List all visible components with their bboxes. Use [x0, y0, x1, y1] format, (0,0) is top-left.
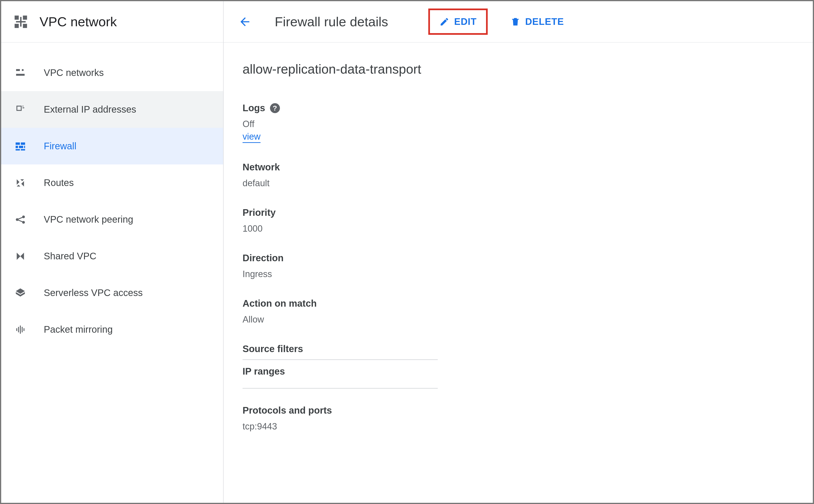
- action-label: Action on match: [243, 298, 794, 309]
- svg-rect-20: [18, 327, 19, 332]
- priority-value: 1000: [243, 224, 794, 234]
- svg-rect-2: [15, 24, 19, 28]
- logs-label: Logs: [243, 103, 265, 113]
- product-header: VPC network: [1, 1, 223, 43]
- back-button[interactable]: [238, 15, 252, 29]
- main: Firewall rule details EDIT DELETE allow-…: [224, 1, 813, 503]
- delete-button[interactable]: DELETE: [502, 12, 572, 32]
- delete-button-label: DELETE: [525, 16, 564, 27]
- svg-point-8: [22, 69, 24, 71]
- external-ip-icon: [14, 104, 26, 115]
- field-priority: Priority 1000: [243, 207, 794, 234]
- vpc-product-icon: [13, 13, 29, 30]
- svg-rect-19: [20, 325, 21, 334]
- action-value: Allow: [243, 314, 794, 325]
- main-body: allow-replication-data-transport Logs ? …: [224, 43, 813, 432]
- serverless-icon: [14, 287, 26, 299]
- svg-rect-11: [16, 146, 18, 148]
- svg-rect-12: [19, 146, 23, 148]
- field-protocols: Protocols and ports tcp:9443: [243, 405, 794, 432]
- svg-rect-13: [24, 146, 25, 148]
- svg-rect-6: [16, 69, 20, 71]
- logs-view-link[interactable]: view: [243, 132, 261, 143]
- protocols-value: tcp:9443: [243, 421, 794, 432]
- network-icon: [14, 67, 26, 79]
- svg-rect-5: [20, 17, 22, 27]
- direction-label: Direction: [243, 253, 794, 263]
- svg-rect-10: [21, 142, 25, 145]
- svg-rect-21: [22, 327, 23, 332]
- svg-rect-14: [16, 149, 20, 150]
- sidebar-item-mirroring[interactable]: Packet mirroring: [1, 311, 223, 348]
- sidebar-nav: VPC networks External IP addresses Firew…: [1, 43, 223, 348]
- sidebar: VPC network VPC networks External IP add…: [1, 1, 224, 503]
- sidebar-item-serverless[interactable]: Serverless VPC access: [1, 274, 223, 311]
- mirroring-icon: [14, 324, 26, 336]
- sidebar-item-label: Firewall: [44, 141, 76, 151]
- source-filters-label: Source filters: [243, 344, 794, 354]
- shared-vpc-icon: [14, 250, 26, 262]
- trash-icon: [510, 17, 520, 27]
- svg-rect-23: [23, 328, 24, 331]
- edit-button[interactable]: EDIT: [431, 12, 485, 32]
- svg-rect-0: [15, 15, 19, 20]
- field-action: Action on match Allow: [243, 298, 794, 325]
- svg-rect-15: [21, 149, 25, 150]
- svg-rect-9: [16, 142, 20, 145]
- direction-value: Ingress: [243, 269, 794, 279]
- sidebar-item-firewall[interactable]: Firewall: [1, 128, 223, 164]
- product-title: VPC network: [40, 14, 117, 29]
- firewall-icon: [14, 140, 26, 152]
- ip-ranges-label: IP ranges: [243, 360, 794, 383]
- field-network: Network default: [243, 162, 794, 188]
- sidebar-item-label: External IP addresses: [44, 104, 136, 115]
- sidebar-item-vpc-networks[interactable]: VPC networks: [1, 54, 223, 91]
- sidebar-item-label: Shared VPC: [44, 251, 96, 261]
- sidebar-item-label: Serverless VPC access: [44, 287, 143, 298]
- network-label: Network: [243, 162, 794, 172]
- svg-rect-1: [23, 15, 27, 20]
- sidebar-item-shared-vpc[interactable]: Shared VPC: [1, 238, 223, 274]
- logs-value: Off: [243, 119, 794, 129]
- main-header: Firewall rule details EDIT DELETE: [224, 1, 813, 43]
- svg-rect-22: [16, 328, 17, 331]
- field-source-filters: Source filters IP ranges: [243, 344, 794, 389]
- edit-button-highlight: EDIT: [428, 9, 488, 35]
- help-icon[interactable]: ?: [270, 103, 280, 113]
- svg-rect-7: [16, 74, 25, 76]
- routes-icon: [14, 177, 26, 189]
- sidebar-item-label: VPC network peering: [44, 214, 133, 225]
- field-direction: Direction Ingress: [243, 253, 794, 279]
- rule-name: allow-replication-data-transport: [243, 62, 794, 77]
- pencil-icon: [439, 17, 449, 27]
- sidebar-item-external-ip[interactable]: External IP addresses: [1, 91, 223, 128]
- sidebar-item-peering[interactable]: VPC network peering: [1, 201, 223, 238]
- page-title: Firewall rule details: [275, 14, 388, 29]
- sidebar-item-routes[interactable]: Routes: [1, 164, 223, 201]
- priority-label: Priority: [243, 207, 794, 218]
- sidebar-item-label: Packet mirroring: [44, 324, 113, 335]
- arrow-left-icon: [238, 15, 252, 28]
- svg-rect-3: [23, 24, 27, 28]
- sidebar-item-label: Routes: [44, 177, 74, 188]
- network-value: default: [243, 178, 794, 188]
- sidebar-item-label: VPC networks: [44, 67, 104, 78]
- edit-button-label: EDIT: [454, 16, 477, 27]
- peering-icon: [14, 214, 26, 225]
- divider: [243, 388, 438, 389]
- field-logs: Logs ? Off view: [243, 103, 794, 143]
- protocols-label: Protocols and ports: [243, 405, 794, 416]
